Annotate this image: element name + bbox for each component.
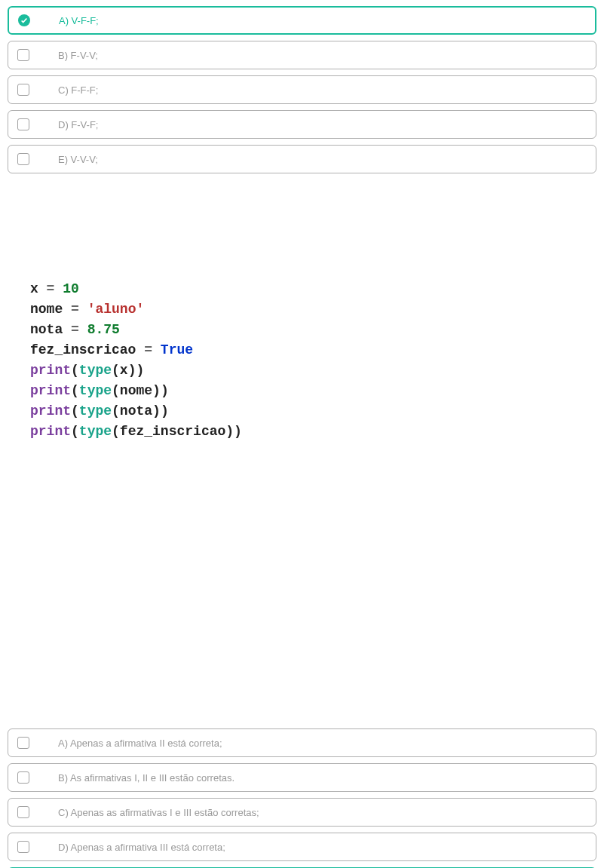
checkbox-icon (17, 806, 29, 818)
code-block: x = 10 nome = 'aluno' nota = 8.75 fez_in… (8, 279, 596, 442)
code-line: print(type(x)) (30, 360, 596, 381)
checkbox-icon (17, 737, 29, 749)
code-line: print(type(nota)) (30, 401, 596, 422)
code-line: print(type(nome)) (30, 381, 596, 401)
option-q1-d[interactable]: D) F-V-F; (8, 110, 596, 139)
checkbox-icon (17, 153, 29, 165)
option-q2-b[interactable]: B) As afirmativas I, II e III estão corr… (8, 763, 596, 792)
option-q2-c[interactable]: C) Apenas as afirmativas I e III estão c… (8, 798, 596, 827)
checkbox-icon (17, 49, 29, 61)
check-circle-icon (18, 14, 30, 26)
checkbox-icon (17, 841, 29, 853)
option-label: C) F-F-F; (58, 84, 98, 96)
option-q1-e[interactable]: E) V-V-V; (8, 145, 596, 173)
option-label: E) V-V-V; (58, 154, 98, 165)
code-line: x = 10 (30, 279, 596, 299)
code-line: print(type(fez_inscricao)) (30, 422, 596, 442)
code-line: nome = 'aluno' (30, 299, 596, 320)
option-label: D) F-V-F; (58, 119, 98, 130)
option-label: B) As afirmativas I, II e III estão corr… (58, 772, 235, 784)
option-q1-c[interactable]: C) F-F-F; (8, 75, 596, 104)
checkbox-icon (17, 771, 29, 784)
code-line: nota = 8.75 (30, 320, 596, 340)
option-label: C) Apenas as afirmativas I e III estão c… (58, 807, 259, 818)
option-q2-d[interactable]: D) Apenas a afirmativa III está correta; (8, 833, 596, 861)
checkbox-icon (17, 84, 29, 96)
option-q2-a[interactable]: A) Apenas a afirmativa II está correta; (8, 728, 596, 757)
option-label: A) Apenas a afirmativa II está correta; (58, 738, 222, 749)
option-label: B) F-V-V; (58, 50, 98, 61)
option-label: A) V-F-F; (59, 15, 99, 26)
option-q1-a[interactable]: A) V-F-F; (8, 6, 596, 35)
checkbox-icon (17, 118, 29, 130)
code-line: fez_inscricao = True (30, 340, 596, 360)
option-q1-b[interactable]: B) F-V-V; (8, 41, 596, 69)
option-label: D) Apenas a afirmativa III está correta; (58, 842, 225, 853)
